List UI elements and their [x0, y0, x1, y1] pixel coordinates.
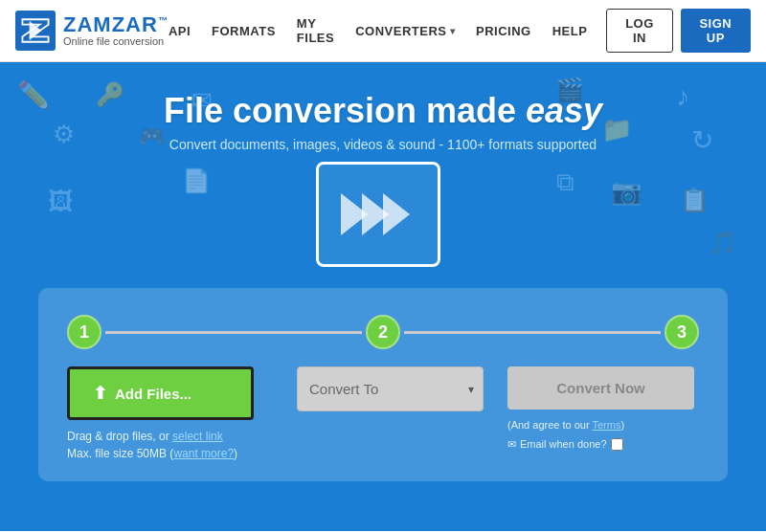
add-files-button[interactable]: ⬆ Add Files...: [67, 366, 254, 420]
step3-area: Convert Now (And agree to our Terms) ✉ E…: [498, 366, 699, 453]
want-more-close: ): [234, 447, 237, 460]
want-more-link[interactable]: want more?: [173, 447, 234, 460]
hero-subtitle: Convert documents, images, videos & soun…: [169, 137, 597, 152]
drag-drop-text: Drag & drop files, or: [67, 430, 172, 443]
copy-icon: ⧉: [556, 167, 574, 197]
key-icon: 🔑: [96, 81, 124, 108]
step-3-circle: 3: [665, 315, 699, 349]
step-line-2: [404, 331, 661, 334]
logo-text-area: ZAMZAR™ Online file conversion: [63, 14, 169, 47]
gear-icon: ⚙: [53, 120, 75, 149]
login-button[interactable]: LOG IN: [606, 9, 672, 53]
logo-tm: ™: [158, 15, 169, 26]
steps-row: 1 2 3: [67, 315, 699, 349]
header: ZAMZAR™ Online file conversion API FORMA…: [0, 0, 766, 62]
logo-name: ZAMZAR™: [63, 14, 169, 35]
agree-close: ): [620, 419, 624, 431]
nav-api[interactable]: API: [169, 24, 191, 38]
actions-row: ⬆ Add Files... Drag & drop files, or sel…: [67, 366, 699, 462]
refresh-icon: ↻: [691, 124, 713, 156]
convert-to-wrapper: Convert To ▾: [297, 366, 484, 411]
music-icon: ♪: [676, 81, 689, 112]
nav-converters[interactable]: CONVERTERS ▾: [355, 24, 455, 38]
step1-info: Drag & drop files, or select link Max. f…: [67, 428, 237, 462]
nav-pricing[interactable]: PRICING: [476, 24, 531, 38]
email-checkbox[interactable]: [611, 438, 623, 451]
logo-area: ZAMZAR™ Online file conversion: [15, 11, 169, 51]
upload-icon: ⬆: [93, 383, 107, 404]
email-label: Email when done?: [520, 436, 607, 454]
add-files-label: Add Files...: [115, 386, 192, 402]
convert-now-button[interactable]: Convert Now: [507, 366, 694, 410]
gamepad-icon: 🎮: [139, 124, 165, 149]
step-2-circle: 2: [366, 315, 400, 349]
max-file-text: Max. file size 50MB (: [67, 447, 173, 460]
step-1-circle: 1: [67, 315, 101, 349]
image-icon: 🖼: [48, 187, 73, 216]
step-line-1: [105, 331, 362, 334]
photo-icon: 📷: [611, 177, 642, 207]
email-row: ✉ Email when done?: [507, 436, 624, 454]
terms-link[interactable]: Terms: [592, 419, 620, 431]
step2-area: Convert To ▾: [287, 366, 498, 411]
play-arrows: [347, 193, 410, 235]
arrow-3: [383, 193, 410, 235]
hero-title: File conversion made easy: [164, 91, 602, 131]
hero-graphic: [316, 162, 450, 277]
pencil-icon: ✏️: [17, 79, 51, 111]
folder-icon: 📁: [601, 115, 632, 144]
logo-tagline: Online file conversion: [63, 35, 169, 47]
hero-title-easy: easy: [526, 91, 602, 130]
document-icon: 📄: [182, 167, 211, 194]
signup-button[interactable]: SIGN UP: [681, 9, 751, 53]
hero-section: ✏️ ⚙ 🔑 🎮 ✉ 🖼 📄 ♪ 📁 ↻ 🎬 📷 📋 ⧉ 🎵 File conv…: [0, 62, 766, 531]
logo-name-text: ZAMZAR: [63, 12, 158, 36]
hero-title-main: File conversion made: [164, 91, 526, 130]
nav-my-files[interactable]: MY FILES: [297, 16, 334, 45]
chevron-down-icon: ▾: [450, 26, 456, 36]
play-box: [316, 162, 440, 267]
nav-help[interactable]: HELP: [552, 24, 588, 38]
nav-formats[interactable]: FORMATS: [212, 24, 276, 38]
logo-icon: [15, 11, 56, 51]
note-icon: 🎵: [709, 230, 737, 256]
main-nav: API FORMATS MY FILES CONVERTERS ▾ PRICIN…: [169, 16, 587, 45]
select-link[interactable]: select link: [172, 430, 223, 443]
agree-text: (And agree to our: [507, 419, 592, 431]
step1-area: ⬆ Add Files... Drag & drop files, or sel…: [67, 366, 287, 462]
clipboard-icon: 📋: [680, 187, 709, 213]
header-buttons: LOG IN SIGN UP: [606, 9, 751, 53]
nav-converters-label: CONVERTERS: [355, 24, 446, 38]
email-icon: ✉: [507, 436, 516, 454]
convert-to-select[interactable]: Convert To: [297, 366, 484, 411]
converter-widget: 1 2 3 ⬆ Add Files... Drag & drop files, …: [38, 288, 728, 481]
step3-info: (And agree to our Terms) ✉ Email when do…: [507, 417, 624, 453]
